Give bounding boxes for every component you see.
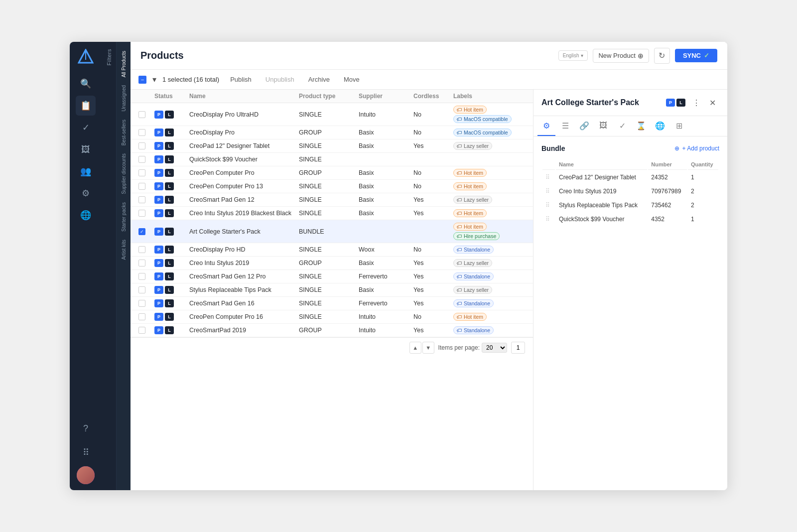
row-name[interactable]: CreoDisplay Pro UltraHD (189, 111, 299, 118)
refresh-button[interactable]: ↻ (654, 48, 670, 64)
label-tag: 🏷 MacOS compatible (453, 115, 512, 123)
row-checkbox[interactable] (138, 196, 154, 203)
user-avatar[interactable] (77, 466, 95, 484)
table-row[interactable]: PLCreo Intu Stylus 2019GROUPBasixYes🏷 La… (131, 257, 533, 269)
drag-handle[interactable]: ⠿ (542, 171, 555, 184)
nav-products[interactable]: 📋 (76, 96, 96, 116)
language-selector[interactable]: English ▾ (558, 50, 588, 61)
filters-label[interactable]: Filters (106, 49, 112, 65)
table-row[interactable]: PLCreoPad 12" Designer TabletSINGLEBasix… (131, 139, 533, 152)
row-checkbox[interactable] (138, 313, 154, 320)
table-row[interactable]: PLCreoDisplay Pro UltraHDSINGLEIntuitoNo… (131, 103, 533, 126)
table-row[interactable]: PLCreoPen Computer Pro 16SINGLEIntuitoNo… (131, 310, 533, 323)
row-checkbox[interactable] (138, 169, 154, 176)
table-row[interactable]: PLCreoPen Computer ProGROUPBasixNo🏷 Hot … (131, 166, 533, 179)
cat-unassigned[interactable]: Unassigned (119, 81, 129, 116)
close-button[interactable]: ✕ (705, 96, 719, 110)
row-name[interactable]: CreoDisplay Pro (189, 129, 299, 136)
row-name[interactable]: CreoPen Computer Pro (189, 169, 299, 176)
row-checkbox[interactable] (138, 327, 154, 334)
nav-media[interactable]: 🖼 (76, 139, 96, 159)
tab-history[interactable]: ⌛ (632, 116, 650, 136)
cat-artist-kits[interactable]: Artist kits (119, 236, 129, 264)
page-number-input[interactable] (511, 342, 525, 354)
cat-supplier-discounts[interactable]: Supplier discounts (119, 149, 129, 198)
nav-search[interactable]: 🔍 (76, 74, 96, 94)
table-row[interactable]: PLQuickStock $99 VoucherSINGLE (131, 153, 533, 166)
row-name[interactable]: Stylus Replaceable Tips Pack (189, 286, 299, 293)
nav-check[interactable]: ✓ (76, 118, 96, 137)
row-product-type: SINGLE (299, 313, 359, 320)
new-product-button[interactable]: New Product ⊕ (593, 49, 649, 63)
row-cordless: Yes (413, 196, 453, 203)
table-row[interactable]: ✓PLArt College Starter's PackBUNDLE🏷 Hot… (131, 220, 533, 243)
table-row[interactable]: PLCreoDisplay Pro HDSINGLEWooxNo🏷 Standa… (131, 243, 533, 256)
table-row[interactable]: PLCreoSmart Pad Gen 12SINGLEBasixYes🏷 La… (131, 193, 533, 206)
tab-info[interactable]: ☰ (556, 116, 574, 136)
cat-starter-packs[interactable]: Starter packs (119, 198, 129, 236)
row-checkbox[interactable] (138, 210, 154, 217)
tab-check[interactable]: ✓ (613, 116, 631, 136)
nav-globe[interactable]: 🌐 (76, 205, 96, 225)
table-row[interactable]: PLCreoSmart Pad Gen 12 ProSINGLEFerrever… (131, 270, 533, 283)
row-checkbox[interactable] (138, 156, 154, 163)
row-name[interactable]: CreoSmart Pad Gen 16 (189, 300, 299, 307)
row-name[interactable]: Creo Intu Stylus 2019 Blackest Black (189, 210, 299, 217)
nav-apps[interactable]: ⠿ (76, 442, 96, 462)
row-checkbox[interactable] (138, 300, 154, 307)
row-name[interactable]: CreoSmart Pad Gen 12 Pro (189, 273, 299, 280)
row-checkbox[interactable] (138, 111, 154, 118)
row-name[interactable]: QuickStock $99 Voucher (189, 156, 299, 163)
row-checkbox[interactable] (138, 260, 154, 266)
app-logo[interactable] (77, 48, 95, 66)
row-name[interactable]: CreoPen Computer Pro 16 (189, 313, 299, 320)
nav-users[interactable]: 👥 (76, 161, 96, 181)
row-checkbox[interactable] (138, 129, 154, 136)
row-checkbox[interactable] (138, 273, 154, 280)
row-checkbox[interactable] (138, 183, 154, 190)
row-name[interactable]: Creo Intu Stylus 2019 (189, 260, 299, 266)
row-name[interactable]: Art College Starter's Pack (189, 228, 299, 235)
table-row[interactable]: PLCreoSmart Pad Gen 16SINGLEFerrevertoYe… (131, 297, 533, 310)
row-name[interactable]: CreoSmartPad 2019 (189, 327, 299, 334)
next-page-button[interactable]: ▼ (422, 342, 434, 354)
new-product-label: New Product (598, 52, 635, 59)
row-checkbox[interactable] (138, 246, 154, 253)
table-row[interactable]: PLCreoSmartPad 2019GROUPIntuitoYes🏷 Stan… (131, 324, 533, 337)
tab-extra[interactable]: ⊞ (670, 116, 688, 136)
prev-page-button[interactable]: ▲ (409, 342, 421, 354)
select-all-checkbox[interactable]: – (138, 76, 146, 84)
more-options-button[interactable]: ⋮ (689, 96, 703, 110)
drag-handle[interactable]: ⠿ (542, 199, 555, 212)
archive-button[interactable]: Archive (303, 74, 335, 85)
nav-settings[interactable]: ⚙ (76, 183, 96, 203)
page-header: Products English ▾ New Product ⊕ ↻ SYNC … (131, 42, 727, 70)
row-checkbox[interactable]: ✓ (138, 228, 154, 235)
row-name[interactable]: CreoDisplay Pro HD (189, 246, 299, 253)
tab-link[interactable]: 🔗 (575, 116, 593, 136)
row-name[interactable]: CreoPen Computer Pro 13 (189, 183, 299, 190)
row-name[interactable]: CreoPad 12" Designer Tablet (189, 142, 299, 149)
cat-bestsellers[interactable]: Best-sellers (119, 116, 129, 149)
unpublish-button[interactable]: Unpublish (261, 74, 299, 85)
drag-handle[interactable]: ⠿ (542, 185, 555, 198)
tab-globe[interactable]: 🌐 (651, 116, 669, 136)
table-row[interactable]: PLCreo Intu Stylus 2019 Blackest BlackSI… (131, 207, 533, 220)
tab-settings[interactable]: ⚙ (537, 116, 555, 136)
move-button[interactable]: Move (339, 74, 365, 85)
tab-image[interactable]: 🖼 (594, 116, 612, 136)
table-row[interactable]: PLStylus Replaceable Tips PackSINGLEBasi… (131, 283, 533, 296)
drag-handle[interactable]: ⠿ (542, 213, 555, 226)
nav-help[interactable]: ? (76, 418, 96, 438)
select-dropdown[interactable]: ▾ (150, 76, 158, 84)
sync-button[interactable]: SYNC ✓ (675, 49, 717, 62)
per-page-select[interactable]: 20 50 100 (482, 343, 507, 353)
table-row[interactable]: PLCreoDisplay ProGROUPBasixNo🏷 MacOS com… (131, 126, 533, 139)
cat-all-products[interactable]: All Products (119, 47, 129, 81)
publish-button[interactable]: Publish (225, 74, 257, 85)
add-product-button[interactable]: ⊕ + Add product (674, 145, 719, 152)
table-row[interactable]: PLCreoPen Computer Pro 13SINGLEBasixNo🏷 … (131, 180, 533, 193)
row-checkbox[interactable] (138, 142, 154, 149)
row-checkbox[interactable] (138, 286, 154, 293)
row-name[interactable]: CreoSmart Pad Gen 12 (189, 196, 299, 203)
